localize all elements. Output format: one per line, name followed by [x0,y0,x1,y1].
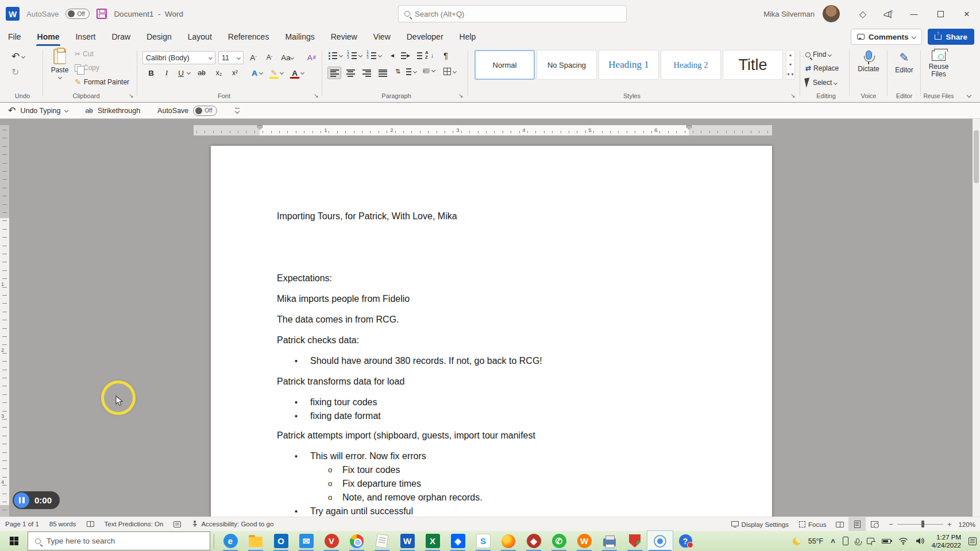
zoom-level[interactable]: 120% [959,521,975,528]
proofing-status[interactable] [82,517,99,531]
taskbar-app-mail[interactable]: ✉ [294,531,319,551]
paragraph[interactable]: •Should have around 380 records. If not,… [277,355,706,367]
tab-view[interactable]: View [365,28,399,46]
paragraph[interactable]: •This will error. Now fix errors [277,450,706,463]
vertical-scrollbar[interactable] [973,119,980,517]
accessibility-status[interactable]: Accessibility: Good to go [186,517,279,531]
tab-home[interactable]: Home [29,28,68,46]
style-heading-2[interactable]: Heading 2 [661,50,721,80]
zoom-slider[interactable] [897,524,943,525]
taskbar-app-word[interactable]: W [395,531,420,551]
select-button[interactable]: Select [805,78,837,87]
taskbar-app-red-gem[interactable]: ◆ [521,531,546,551]
highlight-button[interactable]: ✎ [268,67,280,79]
taskbar-app-snagit[interactable]: S [470,531,496,551]
tab-design[interactable]: Design [138,28,180,46]
taskbar-app-antivirus[interactable]: V [319,531,344,551]
minimize-button[interactable]: — [901,0,927,28]
taskbar-app-printer[interactable] [597,531,622,551]
decrease-indent-button[interactable]: ◄ [389,52,406,59]
save-icon[interactable] [97,9,107,19]
styles-dialog-launcher[interactable]: ↘ [790,92,795,99]
speaker-icon[interactable] [916,537,924,545]
cut-button[interactable]: ✂Cut [75,50,94,58]
styles-more[interactable]: ▼▼ [786,69,794,79]
undo-button[interactable]: ↶ [11,51,25,63]
styles-scroll-up[interactable]: ▲ [786,51,794,60]
style-normal[interactable]: Normal [474,50,535,80]
paragraph[interactable]: The data comes in from RCG. [277,313,706,326]
close-button[interactable]: ✕ [954,0,980,28]
bullets-button[interactable] [329,52,342,59]
clipboard-dialog-launcher[interactable]: ↘ [129,92,133,99]
tab-layout[interactable]: Layout [180,28,220,46]
paste-button[interactable]: Paste [47,49,72,79]
styles-gallery-scroll[interactable]: ▲ ▼ ▼▼ [786,50,795,80]
tab-references[interactable]: References [220,28,277,46]
editing-mode[interactable] [168,517,186,531]
find-button[interactable]: Find [805,51,831,59]
pause-recording-button[interactable] [14,492,29,508]
restore-button[interactable] [927,0,954,28]
justify-button[interactable] [376,67,389,79]
align-right-button[interactable] [360,67,373,79]
taskbar-clock[interactable]: 1:27 PM 4/24/2022 [932,533,961,549]
italic-button[interactable]: I [160,67,173,79]
paragraph[interactable]: Importing Tours, for Patrick, With Love,… [277,210,706,223]
text-predictions[interactable]: Text Predictions: On [99,517,169,531]
taskbar-app-whatsapp[interactable]: ✆ [546,531,572,551]
search-input[interactable]: Search (Alt+Q) [398,5,627,22]
paragraph[interactable]: Patrick transforms data for load [277,375,706,388]
wifi-icon[interactable] [898,537,908,545]
shading-button[interactable] [423,67,435,73]
notification-center-icon[interactable] [969,537,977,545]
hidden-icons-chevron[interactable]: ˄ [831,537,835,545]
taskbar-app-excel[interactable]: X [420,531,445,551]
recording-timer-pill[interactable]: 0:00 [13,491,60,509]
taskbar-app-chrome[interactable] [344,531,369,551]
taskbar-app-notes[interactable] [369,531,395,551]
share-button[interactable]: Share [928,29,974,45]
paragraph[interactable]: oNote, and remove orphan records. [277,491,706,504]
copy-button[interactable]: Copy [75,64,99,72]
superscript-button[interactable]: x² [229,67,241,79]
numbering-button[interactable] [348,52,362,59]
zoom-out-button[interactable]: − [889,520,893,529]
font-family-select[interactable]: Calibri (Body) [142,51,215,64]
tab-help[interactable]: Help [452,28,484,46]
clear-formatting-button[interactable]: A✘ [306,51,318,64]
style-no-spacing[interactable]: No Spacing [537,50,597,80]
word-count[interactable]: 85 words [44,517,82,531]
paragraph[interactable]: •Try again until successful [277,505,706,517]
font-dialog-launcher[interactable]: ↘ [314,92,318,99]
borders-button[interactable] [443,68,456,75]
your-phone-icon[interactable] [843,537,848,545]
style-title[interactable]: Title [723,50,783,80]
font-color-chevron[interactable] [300,71,304,75]
paragraph[interactable]: Mika imports people from Fidelio [277,293,706,305]
taskbar-app-orange-w[interactable]: W [572,531,597,551]
bold-button[interactable]: B [145,67,157,79]
format-painter-button[interactable]: ✎Format Painter [75,77,129,87]
pilcrow-button[interactable]: ¶ [443,51,448,60]
taskbar-app-firefox[interactable] [496,531,521,551]
reuse-files-button[interactable]: ReuseFiles [923,51,955,78]
paragraph[interactable]: oFix departure times [277,478,706,490]
taskbar-app-edge[interactable]: e [218,531,243,551]
document-page[interactable]: Importing Tours, for Patrick, With Love,… [211,146,772,517]
taskbar-app-screen-recorder[interactable] [647,531,673,551]
strikethrough-button[interactable]: ab [195,67,208,79]
editor-button[interactable]: ✎ Editor [889,51,919,74]
tab-draw[interactable]: Draw [103,28,138,46]
shrink-font-button[interactable]: A˘ [263,51,276,64]
align-center-button[interactable] [344,67,357,79]
subscript-button[interactable]: x₂ [213,67,225,79]
paragraph[interactable]: •fixing date format [277,410,706,422]
increase-indent-button[interactable]: ► [406,52,422,59]
taskbar-app-help-app[interactable]: ? [673,531,698,551]
taskbar-app-dropbox[interactable]: ◈ [445,531,470,551]
autosave-toggle[interactable]: Off [65,9,90,19]
user-avatar[interactable] [823,5,840,22]
taskbar-app-file-explorer[interactable] [243,531,268,551]
undo-typing-button[interactable]: Undo Typing [20,107,60,115]
